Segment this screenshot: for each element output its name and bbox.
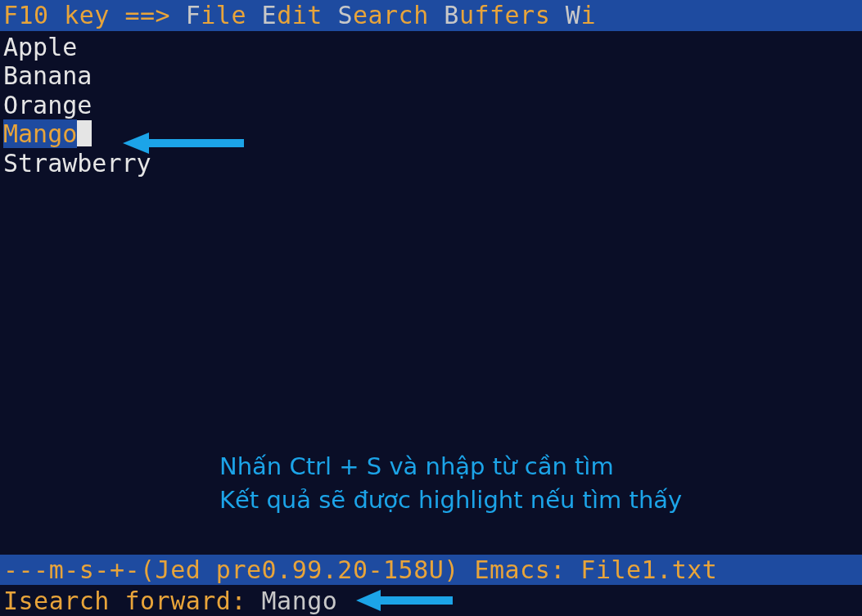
svg-marker-1 — [123, 133, 149, 154]
menu-spacer — [429, 1, 445, 29]
minibuffer[interactable]: Isearch forward: Mango — [0, 586, 862, 616]
menu-spacer — [246, 1, 262, 29]
menu-windows[interactable]: Wi — [566, 1, 596, 29]
menu-windows-rest: i — [580, 1, 596, 29]
editor-line: Apple — [3, 33, 859, 61]
menu-edit[interactable]: Edit — [262, 1, 323, 29]
instruction-line-2: Kết quả sẽ được highlight nếu tìm thấy — [219, 483, 682, 517]
menu-search-hotkey: S — [337, 1, 353, 29]
search-match-highlight: Mango — [3, 119, 77, 148]
minibuffer-prompt: Isearch forward: — [3, 587, 262, 615]
menubar[interactable]: F10 key ==> File Edit Search Buffers Wi — [0, 0, 862, 31]
menubar-prefix: F10 key ==> — [3, 1, 186, 29]
menu-file-rest: ile — [201, 1, 246, 29]
instruction-text: Nhấn Ctrl + S và nhập từ cần tìm Kết quả… — [219, 450, 682, 516]
arrow-left-icon — [356, 589, 454, 612]
menu-buffers[interactable]: Buffers — [444, 1, 550, 29]
menu-buffers-rest: uffers — [459, 1, 550, 29]
editor-line: Banana — [3, 61, 859, 90]
menu-file[interactable]: File — [186, 1, 246, 29]
menu-search[interactable]: Search — [337, 1, 428, 29]
menu-file-hotkey: F — [186, 1, 201, 29]
editor-area[interactable]: Apple Banana Orange Mango Strawberry — [0, 31, 862, 179]
editor-line: Orange — [3, 91, 859, 119]
menu-edit-hotkey: E — [262, 1, 278, 29]
arrow-left-icon — [123, 131, 246, 155]
menu-spacer — [550, 1, 566, 29]
menu-buffers-hotkey: B — [444, 1, 459, 29]
menu-spacer — [323, 1, 338, 29]
statusbar-text: ---m-s-+-(Jed pre0.99.20-158U) Emacs: Fi… — [3, 555, 717, 584]
minibuffer-query: Mango — [262, 587, 338, 615]
menu-edit-rest: dit — [277, 1, 323, 29]
instruction-line-1: Nhấn Ctrl + S và nhập từ cần tìm — [219, 450, 682, 483]
svg-marker-3 — [356, 590, 381, 611]
menu-search-rest: earch — [353, 1, 429, 29]
statusbar: ---m-s-+-(Jed pre0.99.20-158U) Emacs: Fi… — [0, 555, 862, 585]
menu-windows-hotkey: W — [566, 1, 581, 29]
text-cursor — [77, 120, 92, 146]
